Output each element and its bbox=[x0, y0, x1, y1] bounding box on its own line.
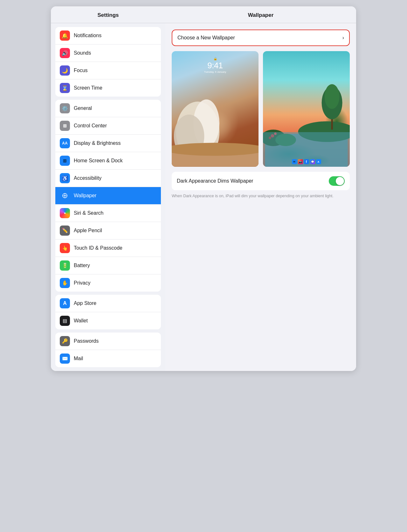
sidebar-item-focus[interactable]: 🌙 Focus bbox=[55, 62, 161, 79]
general-icon: ⚙️ bbox=[60, 103, 70, 113]
battery-icon: 🔋 bbox=[60, 260, 70, 271]
svg-point-17 bbox=[275, 134, 296, 146]
sidebar: Settings 🔔 Notifications 🔊 Sounds bbox=[51, 6, 165, 371]
wallpaper-previews: 🔒 9:41 Tuesday, 9 January bbox=[172, 51, 350, 167]
focus-label: Focus bbox=[74, 68, 156, 73]
sidebar-item-touchid[interactable]: 👆 Touch ID & Passcode bbox=[55, 239, 161, 257]
dock-icon-instagram: 📷 bbox=[298, 159, 303, 164]
passwords-label: Passwords bbox=[74, 338, 156, 344]
battery-label: Battery bbox=[74, 263, 156, 268]
controlcenter-icon: ⊞ bbox=[60, 121, 70, 131]
sounds-label: Sounds bbox=[74, 50, 156, 56]
touchid-icon: 👆 bbox=[60, 243, 70, 253]
general-label: General bbox=[74, 105, 156, 111]
chevron-right-icon: › bbox=[342, 35, 344, 41]
applepencil-label: Apple Pencil bbox=[74, 228, 156, 233]
dock-icon-mail: ✉ bbox=[292, 159, 297, 164]
wallet-icon: ▤ bbox=[60, 316, 70, 326]
touchid-label: Touch ID & Passcode bbox=[74, 245, 156, 251]
dark-appearance-description: When Dark Appearance is on, iPad will di… bbox=[172, 192, 350, 199]
dark-appearance-row: Dark Appearance Dims Wallpaper bbox=[172, 172, 350, 190]
svg-point-10 bbox=[172, 143, 259, 156]
sidebar-item-mail[interactable]: ✉️ Mail bbox=[55, 350, 161, 367]
settings-group-2: ⚙️ General ⊞ Control Center AA Display &… bbox=[55, 100, 161, 292]
sidebar-item-sounds[interactable]: 🔊 Sounds bbox=[55, 44, 161, 62]
sidebar-content: 🔔 Notifications 🔊 Sounds 🌙 Focus bbox=[51, 23, 165, 371]
dark-appearance-label: Dark Appearance Dims Wallpaper bbox=[177, 178, 253, 184]
settings-group-4: 🔑 Passwords ✉️ Mail bbox=[55, 333, 161, 367]
wallpaper-icon bbox=[60, 191, 70, 201]
homescreen-icon: ⊞ bbox=[60, 156, 70, 166]
svg-point-16 bbox=[263, 130, 286, 146]
focus-icon: 🌙 bbox=[60, 65, 70, 76]
toggle-knob bbox=[336, 177, 344, 185]
svg-point-15 bbox=[325, 84, 340, 109]
screentime-icon: ⌛ bbox=[60, 83, 70, 93]
siri-icon: ● bbox=[60, 208, 70, 218]
applepencil-icon: ✏️ bbox=[60, 226, 70, 236]
mail-icon: ✉️ bbox=[60, 354, 70, 364]
svg-point-20 bbox=[269, 137, 271, 139]
main-panel: Wallpaper Choose a New Wallpaper › 🔒 9:4… bbox=[165, 6, 356, 371]
wallpaper-label: Wallpaper bbox=[74, 193, 156, 199]
homescreen-label: Home Screen & Dock bbox=[74, 158, 156, 164]
lock-date: Tuesday, 9 January bbox=[204, 71, 226, 73]
settings-group-3: A App Store ▤ Wallet bbox=[55, 295, 161, 329]
homescreen-dock: ✉ 📷 f 💬 A bbox=[292, 159, 321, 164]
privacy-icon: ✋ bbox=[60, 278, 70, 288]
sidebar-item-wallpaper[interactable]: Wallpaper bbox=[55, 187, 161, 205]
controlcenter-label: Control Center bbox=[74, 123, 156, 129]
main-body: Choose a New Wallpaper › 🔒 9:41 Tuesday,… bbox=[165, 23, 356, 205]
sidebar-item-general[interactable]: ⚙️ General bbox=[55, 100, 161, 117]
svg-point-1 bbox=[64, 195, 66, 197]
screentime-label: Screen Time bbox=[74, 85, 156, 91]
dark-appearance-section: Dark Appearance Dims Wallpaper When Dark… bbox=[172, 172, 350, 199]
sounds-icon: 🔊 bbox=[60, 48, 70, 58]
wallet-label: Wallet bbox=[74, 318, 156, 324]
sidebar-title: Settings bbox=[51, 6, 165, 23]
sidebar-item-applepencil[interactable]: ✏️ Apple Pencil bbox=[55, 222, 161, 239]
notifications-label: Notifications bbox=[74, 33, 156, 38]
siri-label: Siri & Search bbox=[74, 210, 156, 216]
appstore-icon: A bbox=[60, 298, 70, 308]
dock-icon-facebook: f bbox=[304, 159, 309, 164]
svg-point-19 bbox=[274, 132, 277, 135]
sidebar-item-notifications[interactable]: 🔔 Notifications bbox=[55, 27, 161, 44]
main-title: Wallpaper bbox=[165, 6, 356, 23]
svg-point-12 bbox=[298, 121, 350, 142]
lockscreen-preview[interactable]: 🔒 9:41 Tuesday, 9 January bbox=[172, 51, 259, 167]
choose-wallpaper-button[interactable]: Choose a New Wallpaper › bbox=[172, 30, 350, 46]
sidebar-item-privacy[interactable]: ✋ Privacy bbox=[55, 274, 161, 292]
svg-point-18 bbox=[271, 134, 274, 137]
sidebar-item-screentime[interactable]: ⌛ Screen Time bbox=[55, 79, 161, 97]
sidebar-item-display[interactable]: AA Display & Brightness bbox=[55, 135, 161, 152]
sidebar-item-wallet[interactable]: ▤ Wallet bbox=[55, 312, 161, 329]
choose-wallpaper-label: Choose a New Wallpaper bbox=[177, 35, 235, 41]
display-icon: AA bbox=[60, 138, 70, 148]
lock-clock: 9:41 bbox=[207, 61, 223, 71]
accessibility-icon: ♿ bbox=[60, 173, 70, 183]
passwords-icon: 🔑 bbox=[60, 336, 70, 346]
settings-group-1: 🔔 Notifications 🔊 Sounds 🌙 Focus bbox=[55, 27, 161, 97]
dock-icon-messenger: 💬 bbox=[310, 159, 315, 164]
dark-appearance-toggle[interactable] bbox=[329, 176, 345, 186]
notifications-icon: 🔔 bbox=[60, 30, 70, 41]
sidebar-item-homescreen[interactable]: ⊞ Home Screen & Dock bbox=[55, 152, 161, 170]
appstore-label: App Store bbox=[74, 300, 156, 306]
dock-icon-appstore: A bbox=[316, 159, 321, 164]
sidebar-item-appstore[interactable]: A App Store bbox=[55, 295, 161, 312]
display-label: Display & Brightness bbox=[74, 140, 156, 146]
lock-icon: 🔒 bbox=[213, 57, 217, 60]
sidebar-item-controlcenter[interactable]: ⊞ Control Center bbox=[55, 117, 161, 135]
sidebar-item-accessibility[interactable]: ♿ Accessibility bbox=[55, 170, 161, 187]
app-container: Settings 🔔 Notifications 🔊 Sounds bbox=[51, 6, 356, 371]
accessibility-label: Accessibility bbox=[74, 175, 156, 181]
mail-label: Mail bbox=[74, 356, 156, 361]
privacy-label: Privacy bbox=[74, 280, 156, 286]
sidebar-item-siri[interactable]: ● Siri & Search bbox=[55, 205, 161, 222]
sidebar-item-passwords[interactable]: 🔑 Passwords bbox=[55, 333, 161, 350]
sidebar-item-battery[interactable]: 🔋 Battery bbox=[55, 257, 161, 274]
homescreen-preview[interactable]: ✉ 📷 f 💬 A bbox=[263, 51, 350, 167]
lock-time-display: 🔒 9:41 Tuesday, 9 January bbox=[204, 57, 226, 73]
